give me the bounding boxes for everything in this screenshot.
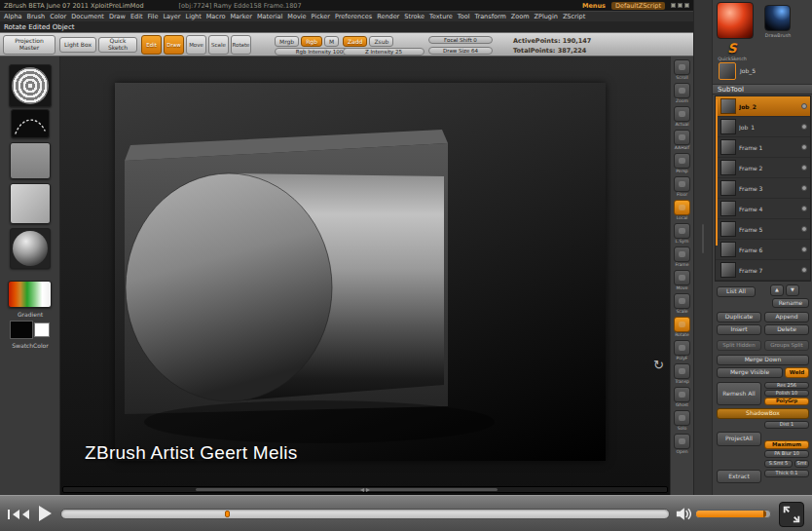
maximum-button[interactable]: Maximum [764,440,809,449]
menu-item[interactable]: ZScript [563,13,585,20]
shelf-button[interactable] [674,293,690,309]
draw-brush-thumbnail[interactable] [764,5,791,31]
shelf-button[interactable] [674,434,690,449]
focal-shift-slider[interactable]: Focal Shift 0 [428,36,493,44]
visibility-eye-icon[interactable] [801,124,807,130]
mode-button[interactable]: Draw [164,35,184,55]
paint-mode-button[interactable]: Mrgb [275,36,299,47]
titlebar-layout-icons[interactable] [671,3,689,8]
paint-mode-button[interactable]: Rgb [301,36,322,47]
scrollbar-arrows[interactable] [358,487,372,492]
scrollbar-thumb[interactable] [196,488,498,491]
menu-item[interactable]: File [148,13,159,20]
weld-button[interactable]: Weld [785,367,809,378]
s-smt-slider[interactable]: S.Smt 5 [764,460,793,468]
visibility-eye-icon[interactable] [801,206,807,211]
menu-item[interactable]: Macro [206,13,226,20]
menu-item[interactable]: Brush [26,13,45,20]
secondary-color-swatch[interactable] [34,322,50,337]
shelf-button[interactable] [674,270,690,285]
extract-button[interactable]: Extract [717,470,761,483]
thick-slider[interactable]: Thick 0.1 [764,470,809,477]
pa-blur-slider[interactable]: PA Blur 10 [764,450,809,458]
menu-item[interactable]: Layer [163,13,180,20]
menu-item[interactable]: Movie [287,13,306,20]
split-hidden-button[interactable]: Split Hidden [717,340,761,351]
z-intensity-slider[interactable]: Z Intensity 25 [343,48,424,56]
menu-item[interactable]: Light [186,13,202,20]
smt-button[interactable]: Smt [794,460,809,468]
merge-visible-button[interactable]: Merge Visible [717,367,783,378]
menu-item[interactable]: Draw [109,13,126,20]
shelf-button[interactable] [674,176,690,192]
shelf-button[interactable] [674,247,690,262]
brush-selector-thumbnail[interactable] [9,64,52,107]
subtool-row[interactable]: Job_2 [716,96,810,117]
menu-item[interactable]: Color [50,13,66,20]
append-button[interactable]: Append [764,312,809,322]
mode-button[interactable]: Rotate [231,35,251,55]
document-viewport[interactable] [115,83,606,461]
subtool-row[interactable]: Frame 5 [716,219,810,240]
visibility-eye-icon[interactable] [801,247,807,252]
menu-item[interactable]: Alpha [4,13,21,20]
polish-slider[interactable]: Polish 10 [764,390,809,397]
subtool-row[interactable]: Frame 7 [716,260,810,281]
menu-item[interactable]: Tool [458,13,470,20]
menu-item[interactable]: Document [71,13,104,20]
subtool-row[interactable]: Frame 6 [716,240,810,260]
main-color-swatch[interactable] [10,321,33,339]
shelf-button[interactable] [674,410,690,426]
visibility-eye-icon[interactable] [801,185,807,191]
sculpt-mode-button[interactable]: Zsub [369,36,393,47]
subtool-up-button[interactable]: ▲ [770,284,784,296]
subtool-down-button[interactable]: ▼ [786,284,799,296]
polygrp-button[interactable]: PolyGrp [764,398,809,405]
paint-mode-button[interactable]: M [324,36,339,47]
shelf-button[interactable] [674,223,690,239]
groups-split-button[interactable]: Groups Split [764,340,809,351]
subtool-scrollbar[interactable] [716,99,718,246]
draw-size-slider[interactable]: Draw Size 64 [428,47,493,55]
duplicate-button[interactable]: Duplicate [717,312,761,322]
default-zscript-button[interactable]: DefaultZScript [611,2,665,10]
visibility-eye-icon[interactable] [801,165,807,171]
res-slider[interactable]: Res 256 [764,382,809,389]
shelf-button[interactable] [674,130,690,145]
menus-button[interactable]: Menus [582,2,606,10]
dist-slider[interactable]: Dist 1 [764,421,809,429]
play-button[interactable] [39,506,52,521]
quick-sketch-button[interactable]: Quick Sketch [98,37,137,53]
project-all-button[interactable]: ProjectAll [717,432,761,446]
projection-master-button[interactable]: Projection Master [3,35,55,55]
mode-button[interactable]: Move [186,35,206,55]
menu-item[interactable]: Render [377,13,399,20]
texture-selector-thumbnail[interactable] [10,183,51,224]
subtool-row[interactable]: Frame 4 [716,199,810,219]
menu-item[interactable]: ZPlugin [535,13,558,20]
shelf-button[interactable] [674,363,690,379]
skip-to-start-button[interactable] [8,508,35,521]
visibility-eye-icon[interactable] [801,144,807,150]
visibility-eye-icon[interactable] [801,103,807,109]
shelf-button[interactable] [674,59,690,75]
menu-item[interactable]: Picker [312,13,330,20]
menu-item[interactable]: Texture [429,13,453,20]
quicksketch-icon[interactable]: S [723,41,741,56]
subtool-section-header[interactable]: SubTool [713,84,812,95]
menu-item[interactable]: Material [257,13,282,20]
subtool-row[interactable]: Frame 2 [716,158,810,178]
material-selector-thumbnail[interactable] [10,228,51,269]
menu-item[interactable]: Stroke [404,13,424,20]
video-progress-bar[interactable] [60,509,670,519]
light-box-button[interactable]: Light Box [59,37,96,53]
insert-button[interactable]: Insert [717,324,761,335]
menu-item[interactable]: Transform [474,13,505,20]
gradient-color-picker[interactable] [8,281,52,308]
current-material-thumbnail[interactable] [717,2,754,39]
menu-item[interactable]: Marker [230,13,251,20]
mode-button[interactable]: Edit [141,35,162,55]
shadowbox-button[interactable]: ShadowBox [717,408,809,419]
rename-button[interactable]: Rename [772,298,809,308]
subtool-row[interactable]: Frame 1 [716,137,810,158]
